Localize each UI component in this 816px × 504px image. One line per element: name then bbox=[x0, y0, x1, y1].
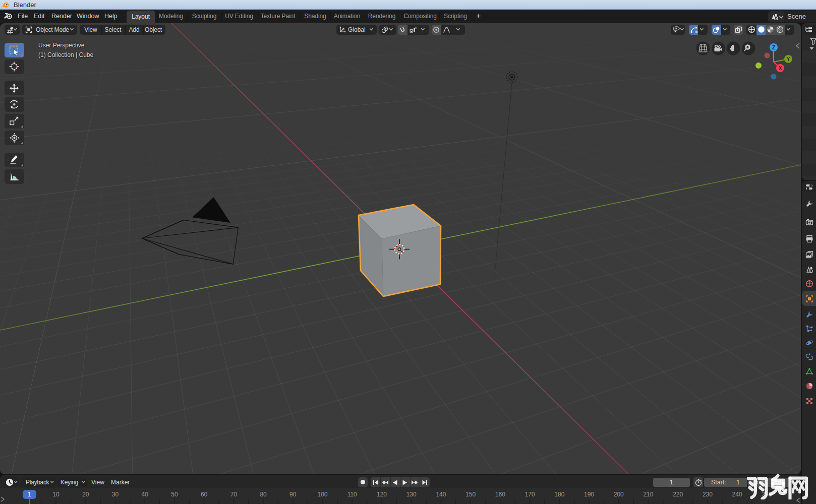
svg-text:190: 190 bbox=[584, 491, 594, 498]
svg-text:100: 100 bbox=[317, 491, 327, 498]
svg-text:130: 130 bbox=[406, 491, 417, 498]
svg-text:200: 200 bbox=[614, 491, 624, 498]
svg-text:110: 110 bbox=[347, 491, 357, 498]
svg-text:180: 180 bbox=[554, 491, 564, 498]
svg-text:240: 240 bbox=[732, 491, 742, 498]
svg-text:40: 40 bbox=[142, 491, 149, 498]
svg-text:170: 170 bbox=[525, 491, 535, 498]
svg-text:20: 20 bbox=[82, 491, 89, 498]
svg-text:160: 160 bbox=[495, 491, 505, 498]
svg-text:140: 140 bbox=[436, 491, 446, 498]
svg-text:220: 220 bbox=[673, 491, 683, 498]
svg-text:10: 10 bbox=[52, 491, 60, 498]
svg-text:Z: Z bbox=[772, 45, 775, 50]
svg-text:X: X bbox=[779, 66, 782, 71]
svg-text:30: 30 bbox=[112, 491, 119, 498]
svg-text:80: 80 bbox=[260, 491, 267, 498]
svg-text:150: 150 bbox=[465, 491, 476, 498]
svg-text:50: 50 bbox=[171, 491, 178, 498]
svg-text:Y: Y bbox=[787, 56, 790, 62]
svg-text:230: 230 bbox=[703, 491, 713, 498]
svg-text:70: 70 bbox=[230, 491, 238, 498]
svg-text:90: 90 bbox=[289, 491, 297, 498]
svg-text:210: 210 bbox=[643, 491, 653, 498]
svg-text:60: 60 bbox=[201, 491, 208, 498]
svg-text:120: 120 bbox=[377, 491, 387, 498]
